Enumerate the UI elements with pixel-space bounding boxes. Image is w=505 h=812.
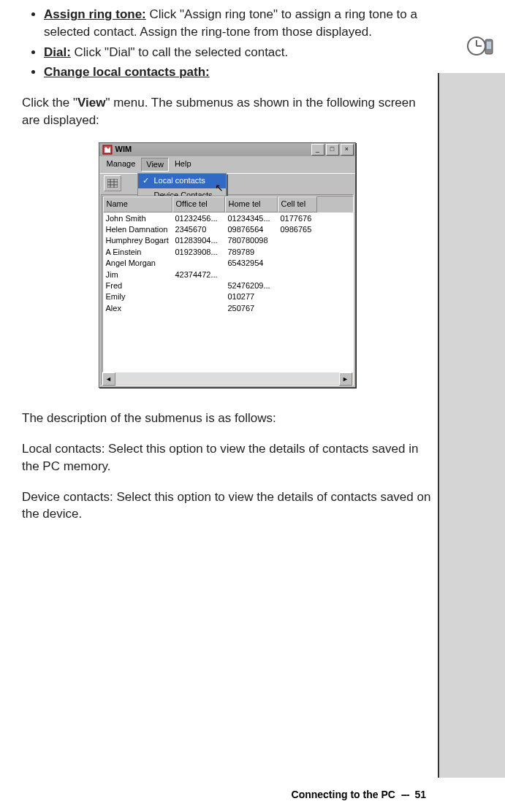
table-row[interactable]: Helen Damnation2345670098765640986765 (103, 224, 353, 235)
col-home[interactable]: Home tel (225, 196, 278, 212)
view-menu-paragraph: Click the "View" menu. The submenus as s… (22, 94, 432, 129)
menu-view[interactable]: View (141, 158, 169, 172)
cell-cell (278, 303, 317, 314)
contacts-table: Name Office tel Home tel Cell tel John S… (102, 196, 354, 372)
cell-cell (278, 280, 317, 291)
bullet-text: Click "Dial" to call the selected contac… (71, 45, 288, 59)
cell-name: Emily (103, 291, 172, 302)
scroll-left-button[interactable]: ◄ (102, 372, 115, 386)
cell-office: 01283904... (172, 235, 225, 246)
bullet-label: Change local contacts path: (44, 65, 210, 79)
table-row[interactable]: John Smith01232456...01234345...0177676 (103, 213, 353, 224)
table-row[interactable]: Angel Morgan65432954 (103, 258, 353, 269)
footer-section: Connecting to the PC (292, 789, 395, 800)
table-row[interactable]: Emily010277 (103, 291, 353, 302)
cell-name: A Einstein (103, 247, 172, 258)
minimize-button[interactable]: _ (311, 144, 324, 156)
cell-home (225, 269, 278, 280)
cell-office (172, 258, 225, 269)
svg-rect-6 (107, 179, 118, 188)
wim-titlebar[interactable]: WIM _ □ × (99, 143, 355, 156)
wim-app-icon (102, 145, 113, 155)
wim-title: WIM (115, 144, 310, 155)
cell-home: 789789 (225, 247, 278, 258)
close-button[interactable]: × (341, 144, 354, 156)
clock-phone-icon (466, 31, 496, 61)
cell-name: John Smith (103, 213, 172, 224)
cell-office: 2345670 (172, 224, 225, 235)
page-divider (438, 73, 439, 778)
table-row[interactable]: Humphrey Bogart01283904...780780098 (103, 235, 353, 246)
col-office[interactable]: Office tel (172, 196, 225, 212)
cell-home: 010277 (225, 291, 278, 302)
cell-office: 42374472... (172, 269, 225, 280)
table-body: John Smith01232456...01234345...0177676H… (103, 212, 353, 315)
cell-office (172, 291, 225, 302)
menu-manage[interactable]: Manage (102, 158, 140, 172)
cell-home: 65432954 (225, 258, 278, 269)
footer-page: 51 (414, 789, 426, 800)
scroll-right-button[interactable]: ► (339, 372, 352, 386)
table-row[interactable]: Alex250767 (103, 303, 353, 314)
submenu-desc-heading: The description of the submenus is as fo… (22, 410, 432, 427)
wim-menubar: Manage View Help (99, 156, 355, 173)
feature-bullets: Assign ring tone: Click "Assign ring ton… (22, 6, 432, 81)
cell-name: Humphrey Bogart (103, 235, 172, 246)
bullet-assign-ringtone: Assign ring tone: Click "Assign ring ton… (44, 6, 432, 41)
cell-home: 01234345... (225, 213, 278, 224)
cell-name: Helen Damnation (103, 224, 172, 235)
footer-sep: --- (401, 789, 409, 800)
col-cell[interactable]: Cell tel (278, 196, 317, 212)
page-sidebar (439, 73, 505, 778)
cell-name: Fred (103, 280, 172, 291)
bullet-label: Dial: (44, 45, 71, 59)
wim-table-area: Name Office tel Home tel Cell tel John S… (101, 194, 354, 386)
cell-cell (278, 235, 317, 246)
cell-home: 09876564 (225, 224, 278, 235)
cell-name: Angel Morgan (103, 258, 172, 269)
maximize-button[interactable]: □ (326, 144, 339, 156)
bullet-dial: Dial: Click "Dial" to call the selected … (44, 44, 432, 61)
device-contacts-desc: Device contacts: Select this option to v… (22, 489, 432, 524)
table-header: Name Office tel Home tel Cell tel (103, 196, 353, 212)
grid-icon (107, 179, 118, 188)
cell-office (172, 303, 225, 314)
bullet-change-path: Change local contacts path: (44, 64, 432, 81)
cell-office: 01232456... (172, 213, 225, 224)
cell-home: 250767 (225, 303, 278, 314)
cell-name: Alex (103, 303, 172, 314)
bullet-label: Assign ring tone: (44, 7, 146, 21)
grid-button[interactable] (104, 175, 121, 191)
cell-office (172, 280, 225, 291)
svg-rect-4 (487, 42, 491, 49)
local-contacts-desc: Local contacts: Select this option to vi… (22, 440, 432, 475)
cell-cell: 0986765 (278, 224, 317, 235)
scroll-track[interactable] (115, 372, 339, 384)
cell-cell: 0177676 (278, 213, 317, 224)
cell-home: 780780098 (225, 235, 278, 246)
table-row[interactable]: Jim42374472... (103, 269, 353, 280)
cell-cell (278, 247, 317, 258)
wim-toolbar: Local contacts Device Contacts ↖ (99, 173, 355, 193)
menu-help[interactable]: Help (170, 158, 196, 172)
cell-cell (278, 269, 317, 280)
cell-name: Jim (103, 269, 172, 280)
cell-office: 01923908... (172, 247, 225, 258)
cell-cell (278, 258, 317, 269)
table-row[interactable]: Fred52476209... (103, 280, 353, 291)
col-name[interactable]: Name (103, 196, 172, 212)
page-footer: Connecting to the PC --- 51 (292, 789, 426, 800)
h-scrollbar[interactable]: ◄ ► (102, 372, 352, 384)
cell-cell (278, 291, 317, 302)
dropdown-local-contacts[interactable]: Local contacts (138, 174, 226, 188)
table-row[interactable]: A Einstein01923908...789789 (103, 247, 353, 258)
wim-window: WIM _ □ × Manage View Help Local contact… (99, 142, 356, 388)
cell-home: 52476209... (225, 280, 278, 291)
